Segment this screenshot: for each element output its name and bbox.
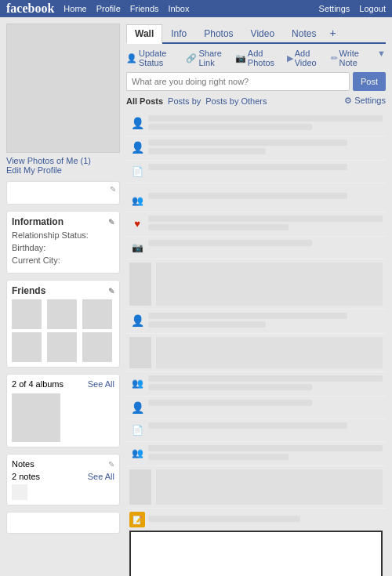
note-content-block (129, 531, 383, 576)
video-icon: ▶ (287, 53, 293, 63)
birthday-label: Birthday: (12, 243, 45, 252)
note-item-1[interactable] (12, 484, 27, 500)
feed-line-u5b (148, 454, 289, 460)
sidebar: View Photos of Me (1) Edit My Profile ✎ … (6, 24, 120, 576)
city-field: Current City: (12, 255, 114, 265)
feed-content-groups (148, 375, 383, 393)
friend-thumb-6[interactable] (82, 332, 112, 362)
feed-content-3 (148, 164, 383, 172)
feed-content-2 (148, 139, 383, 157)
friend-thumb-1[interactable] (12, 299, 42, 329)
logout-link[interactable]: Logout (359, 4, 386, 13)
feed-icon-photo: 📷 (129, 240, 145, 255)
feed-line-2a (148, 139, 347, 146)
nav-friends[interactable]: Friends (130, 4, 159, 13)
feed-item-3: 📄 (126, 161, 386, 183)
feed-line-g2 (148, 384, 312, 390)
photo-icon-2: 📷 (132, 242, 143, 253)
group-icon-1: 👥 (132, 195, 143, 206)
feed-line-u4a (148, 400, 312, 406)
tab-notes[interactable]: Notes (283, 24, 325, 42)
tab-wall[interactable]: Wall (126, 24, 162, 44)
friend-thumb-4[interactable] (12, 332, 42, 362)
group-icon-2: 👥 (132, 378, 143, 389)
more-actions-btn[interactable]: ▼ (377, 49, 386, 67)
name-input-box[interactable]: ✎ (6, 181, 120, 205)
feed-image-wide-1 (156, 263, 383, 306)
feed-content-user5 (148, 445, 383, 462)
header: facebook Home Profile Friends Inbox Sett… (0, 0, 392, 17)
tab-video[interactable]: Video (242, 24, 283, 42)
feed-item-heart: 👥 (126, 190, 386, 212)
nav-profile[interactable]: Profile (96, 4, 121, 13)
albums-see-all[interactable]: See All (88, 379, 114, 389)
filter-posts-by-others[interactable]: Posts by Others (205, 96, 267, 106)
feed-line-u3b (148, 321, 266, 328)
filter-settings[interactable]: ⚙ Settings (344, 96, 386, 106)
feed-line-1a (148, 115, 383, 121)
friends-label: Friends (12, 285, 45, 296)
heart-icon: ♥ (134, 218, 140, 230)
post-button[interactable]: Post (353, 72, 386, 91)
feed-icon-love: ♥ (129, 216, 145, 231)
friend-thumb-5[interactable] (47, 332, 77, 362)
tab-photos[interactable]: Photos (195, 24, 241, 42)
update-status-btn[interactable]: 👤 Update Status (126, 49, 181, 67)
photo-icon: 📷 (235, 53, 246, 63)
view-photos-link[interactable]: View Photos of Me (1) (6, 156, 120, 165)
tabs-bar: Wall Info Photos Video Notes + (126, 24, 386, 44)
friend-thumb-3[interactable] (82, 299, 112, 329)
friends-grid-row1 (12, 299, 114, 329)
status-input[interactable] (126, 72, 350, 91)
user-icon-3: 👤 (131, 314, 144, 327)
information-header: Information ✎ (12, 216, 114, 227)
feed-thumb-left-2 (129, 337, 151, 368)
main-nav: Home Profile Friends Inbox (64, 4, 189, 13)
nav-inbox[interactable]: Inbox (169, 4, 190, 13)
notes-sidebar-section: Notes ✎ 2 notes See All (6, 454, 120, 505)
feed-icon-heart: 👥 (129, 193, 145, 208)
feed-item-user3: 👤 (126, 310, 386, 334)
profile-photo (6, 24, 120, 153)
note-pencil-icon: ✏ (331, 53, 338, 63)
notes-edit-icon[interactable]: ✎ (108, 460, 114, 469)
share-link-btn[interactable]: 🔗 Share Link (186, 49, 230, 67)
feed-image-block-3 (126, 466, 386, 509)
action-bar: 👤 Update Status 🔗 Share Link 📷 Add Photo… (126, 49, 386, 67)
feed-image-block-1 (126, 259, 386, 310)
add-photos-btn[interactable]: 📷 Add Photos (235, 49, 282, 67)
add-video-btn[interactable]: ▶ Add Video (287, 49, 326, 67)
notes-see-all[interactable]: See All (88, 472, 114, 481)
feed-line-2b (148, 148, 266, 154)
feed-icon-groups: 👥 (129, 375, 145, 391)
status-bar: Post (126, 72, 386, 91)
feed-icon-3: 📄 (129, 164, 145, 179)
feed-icon-user4: 👤 (129, 400, 145, 415)
feed-note-block: 📝 (126, 509, 386, 576)
link-icon: 🔗 (186, 53, 197, 63)
feed-icon-1: 👤 (129, 115, 145, 131)
friends-grid-row2 (12, 332, 114, 362)
note-icon-2: 📄 (132, 425, 143, 436)
nav-home[interactable]: Home (64, 4, 86, 13)
friends-edit-icon[interactable]: ✎ (108, 287, 114, 295)
feed-line-love1 (148, 216, 383, 222)
tab-add[interactable]: + (325, 24, 340, 42)
filter-all-posts[interactable]: All Posts (126, 96, 163, 106)
edit-profile-link[interactable]: Edit My Profile (6, 165, 120, 175)
information-edit-icon[interactable]: ✎ (108, 218, 114, 226)
friend-thumb-2[interactable] (47, 299, 77, 329)
settings-link[interactable]: Settings (319, 4, 350, 13)
user-icon-1: 👤 (131, 117, 144, 129)
feed-item-groups: 👥 (126, 372, 386, 397)
feed-spacer-1 (126, 183, 386, 190)
photo-links: View Photos of Me (1) Edit My Profile (6, 156, 120, 175)
tab-info[interactable]: Info (162, 24, 195, 42)
write-note-btn[interactable]: ✏ Write Note (331, 49, 372, 67)
note-orange-icon: 📝 (129, 512, 145, 527)
albums-section: 2 of 4 albums See All (6, 374, 120, 447)
filter-posts-by[interactable]: Posts by (168, 96, 201, 106)
sidebar-bottom-box (6, 512, 120, 534)
album-thumb[interactable] (12, 393, 60, 442)
edit-name-icon: ✎ (110, 185, 116, 194)
